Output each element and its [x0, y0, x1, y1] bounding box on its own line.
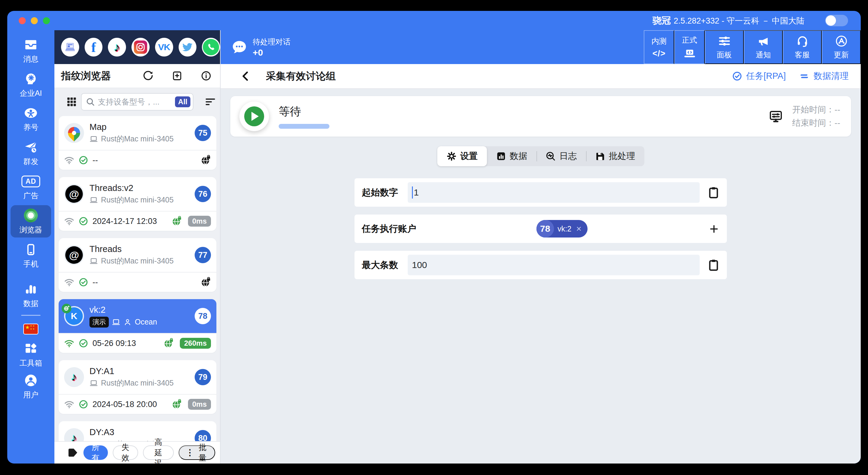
profile-row[interactable]: ♪ DY:A1 Rust的Mac mini-3405 79	[59, 360, 216, 394]
profile-status-row: 05-26 09:13 260ms	[59, 333, 216, 353]
header-button-code[interactable]: 内测</>	[644, 30, 674, 64]
profile-status-row: --	[59, 150, 216, 170]
search-input[interactable]: 支持设备型号，... All	[81, 93, 193, 110]
toolbox-icon	[24, 342, 38, 356]
grid-view-icon[interactable]	[66, 97, 77, 107]
filter-pill-other[interactable]: 高延迟	[143, 445, 174, 460]
profile-card-vk-2[interactable]: K vk:2 演示Ocean 78 05-26 09:13 260ms	[59, 299, 216, 353]
device-laptop-icon	[112, 318, 120, 326]
social-twitter-button[interactable]	[179, 38, 197, 57]
profile-row[interactable]: @ Threads Rust的Mac mini-3405 77	[59, 238, 216, 272]
filter-bar: 所有失效高延迟 ⋮ 批量	[54, 441, 220, 464]
profile-row[interactable]: @ Threads:v2 Rust的Mac mini-3405 76	[59, 177, 216, 211]
sort-icon[interactable]	[205, 96, 216, 107]
tab-label: 批处理	[609, 150, 635, 162]
sidebar-item-bar-chart[interactable]: 数据	[10, 280, 51, 310]
data-clean-label: 数据清理	[814, 70, 849, 82]
tiktok-icon: ♪	[71, 371, 77, 383]
pending-chats[interactable]: 待处理对话 +0	[221, 30, 290, 64]
sidebar-item-ai-head[interactable]: 企业AI	[10, 69, 51, 101]
google-maps-icon	[66, 125, 83, 142]
filter-pill-other[interactable]: 失效	[113, 445, 138, 460]
maximize-window-button[interactable]	[43, 17, 50, 24]
profile-row[interactable]: Map Rust的Mac mini-3405 75	[59, 116, 216, 150]
header-button-appstore[interactable]: 更新	[822, 30, 861, 64]
main-toolbar: 采集有效讨论组 任务[RPA] 数据清理	[221, 64, 861, 89]
profile-name: vk:2	[89, 305, 157, 315]
refresh-icon[interactable]	[143, 70, 154, 81]
profile-card-map[interactable]: Map Rust的Mac mini-3405 75 --	[59, 116, 216, 170]
social-facebook-button[interactable]: f	[85, 38, 103, 57]
demo-tag: 演示	[89, 317, 109, 327]
max-count-input[interactable]: 100	[408, 255, 700, 275]
profile-card-threads[interactable]: @ Threads Rust的Mac mini-3405 77 --	[59, 238, 216, 292]
check-circle-icon	[732, 71, 742, 81]
profile-list: Map Rust的Mac mini-3405 75 -- @ Threads:v…	[54, 114, 220, 441]
filter-pill-all[interactable]: 所有	[84, 445, 108, 460]
profile-name: Threads	[89, 244, 174, 254]
sidebar-item-user[interactable]: 用户	[10, 371, 51, 401]
profile-name: DY:A1	[89, 366, 174, 376]
header-button-megaphone[interactable]: 通知	[744, 30, 783, 64]
clipboard-icon[interactable]	[707, 186, 720, 199]
back-button[interactable]	[240, 70, 251, 82]
sidebar-item-cn-flag[interactable]: ★✦✦✦✦	[10, 320, 51, 338]
tab-gear[interactable]: 设置	[437, 146, 487, 166]
add-account-button[interactable]: +	[708, 221, 720, 236]
profile-row[interactable]: K vk:2 演示Ocean 78	[59, 299, 216, 333]
tag-icon[interactable]	[66, 447, 79, 459]
profile-avatar: @	[64, 184, 84, 204]
header-button-label: 客服	[795, 50, 810, 60]
social-instagram-button[interactable]	[131, 38, 150, 57]
social-tiktok-button[interactable]: ♪	[108, 38, 126, 57]
tab-chart[interactable]: 数据	[487, 146, 536, 166]
clipboard-icon[interactable]	[707, 258, 720, 272]
profile-card-threads-v2[interactable]: @ Threads:v2 Rust的Mac mini-3405 76 2024-…	[59, 177, 216, 231]
sidebar-item-label: 浏览器	[20, 225, 42, 235]
profile-device: Rust的Mac mini-3405	[101, 378, 174, 388]
headset-icon	[796, 35, 809, 48]
whatsapp-icon	[203, 39, 219, 55]
social-whatsapp-button[interactable]	[202, 38, 220, 57]
header-button-sliders[interactable]: 面板	[705, 30, 744, 64]
threads-icon: @	[65, 185, 83, 203]
profile-row[interactable]: ♪ DY:A3 Rust的Mac mini-3405 80	[59, 421, 216, 441]
info-icon[interactable]	[201, 70, 212, 81]
main-area: 待处理对话 +0 内测</>正式面板通知客服更新 采集有效讨论组 任务[RPA]	[221, 30, 861, 464]
more-vertical-icon: ⋮	[186, 448, 194, 457]
account-chip[interactable]: 78 vk:2 ×	[536, 220, 588, 238]
sidebar-item-ad[interactable]: AD广告	[10, 171, 51, 203]
sidebar-item-toolbox[interactable]: 工具箱	[10, 340, 51, 370]
sidebar-item-browser[interactable]: 浏览器	[10, 205, 51, 238]
profile-card-dy-a3[interactable]: ♪ DY:A3 Rust的Mac mini-3405 80	[59, 421, 216, 441]
close-window-button[interactable]	[19, 17, 26, 24]
data-clean-link[interactable]: 数据清理	[800, 70, 849, 82]
header-button-headset[interactable]: 客服	[783, 30, 822, 64]
tab-label: 数据	[510, 150, 527, 162]
batch-actions-button[interactable]: ⋮ 批量	[179, 445, 215, 460]
latency-badge: 0ms	[188, 399, 211, 410]
profile-name: DY:A3	[89, 427, 174, 437]
monitor-settings-icon[interactable]	[769, 109, 783, 124]
tab-save[interactable]: 批处理	[586, 146, 644, 166]
panel-toolbar: 指纹浏览器	[54, 64, 220, 88]
sidebar-item-inbox[interactable]: 消息	[10, 34, 51, 67]
task-rpa-link[interactable]: 任务[RPA]	[732, 70, 786, 82]
sidebar-item-broadcast[interactable]: 群发	[10, 137, 51, 169]
profile-card-dy-a1[interactable]: ♪ DY:A1 Rust的Mac mini-3405 79 2024-05-18…	[59, 360, 216, 414]
sidebar-item-phone[interactable]: 手机	[10, 239, 51, 272]
minimize-window-button[interactable]	[31, 17, 38, 24]
social-device-button[interactable]	[61, 38, 79, 57]
remove-account-icon[interactable]: ×	[576, 224, 582, 233]
header-button-laptop-code[interactable]: 正式	[674, 30, 705, 64]
appstore-icon	[835, 35, 848, 48]
add-profile-icon[interactable]	[172, 70, 183, 81]
start-number-input[interactable]: 1	[408, 182, 700, 203]
tab-log[interactable]: 日志	[536, 146, 586, 166]
play-button[interactable]	[244, 106, 264, 126]
social-vk-button[interactable]: VK	[155, 38, 173, 57]
sidebar-item-nurture[interactable]: 养号	[10, 103, 51, 135]
theme-toggle[interactable]	[825, 15, 848, 26]
save-icon	[595, 151, 606, 161]
search-scope-badge[interactable]: All	[175, 96, 190, 107]
